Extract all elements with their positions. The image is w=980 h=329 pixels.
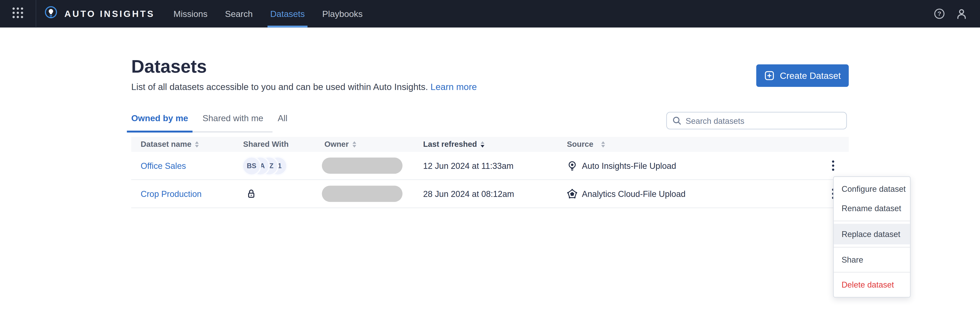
col-last-refreshed: Last refreshed (423, 140, 477, 149)
subtitle-text: List of all datasets accessible to you a… (131, 82, 428, 92)
search-datasets-box[interactable] (666, 112, 847, 129)
owner-redacted-pill (322, 186, 402, 202)
dataset-context-menu: Configure dataset Rename dataset Replace… (833, 176, 910, 297)
table-row-crop-production: Crop Production 28 Jun 2024 at 08:12am A… (131, 180, 849, 208)
nav-item-datasets[interactable]: Datasets (261, 0, 313, 27)
tab-owned-by-me[interactable]: Owned by me (131, 113, 188, 131)
lightbulb-icon (567, 161, 578, 171)
menu-item-share[interactable]: Share (834, 250, 910, 269)
help-icon[interactable]: ? (934, 8, 945, 19)
search-datasets-input[interactable] (686, 116, 841, 126)
plus-square-icon (764, 71, 774, 81)
lightbulb-logo-icon (44, 5, 58, 22)
brand-title: AUTO INSIGHTS (64, 0, 155, 27)
page-title: Datasets (131, 56, 207, 77)
menu-item-replace-dataset[interactable]: Replace dataset (834, 224, 910, 245)
svg-text:?: ? (937, 10, 941, 17)
learn-more-link[interactable]: Learn more (431, 82, 477, 92)
top-nav: AUTO INSIGHTS Missions Search Datasets P… (0, 0, 980, 27)
col-owner: Owner (324, 140, 348, 149)
create-dataset-label: Create Dataset (780, 71, 841, 81)
app-grid-button[interactable] (0, 0, 36, 27)
tab-all[interactable]: All (278, 113, 288, 131)
owner-redacted-pill (322, 157, 402, 174)
menu-divider (834, 272, 910, 273)
last-refreshed-value: 12 Jun 2024 at 11:33am (423, 161, 514, 170)
menu-item-delete-dataset[interactable]: Delete dataset (834, 275, 910, 294)
source-value: Analytics Cloud-File Upload (582, 189, 685, 199)
sort-dataset-name-icon[interactable] (195, 141, 199, 148)
avatar: BS (243, 157, 260, 174)
grid-icon (11, 5, 25, 22)
auto-insights-logo[interactable] (44, 0, 58, 27)
nav-divider (36, 0, 36, 27)
sort-source-icon[interactable] (601, 141, 605, 148)
search-icon (672, 116, 681, 125)
create-dataset-button[interactable]: Create Dataset (756, 64, 849, 87)
menu-divider (834, 247, 910, 248)
analytics-cloud-pentagon-icon (567, 188, 578, 199)
datasets-table: Dataset name Shared With Owner Last refr… (131, 137, 849, 208)
nav-item-playbooks[interactable]: Playbooks (313, 0, 372, 27)
dataset-tabs: Owned by me Shared with me All (131, 113, 272, 132)
table-header-row: Dataset name Shared With Owner Last refr… (131, 137, 849, 152)
col-shared-with: Shared With (243, 140, 289, 149)
private-lock-icon (247, 189, 256, 199)
nav-item-search[interactable]: Search (216, 0, 261, 27)
app-window: AUTO INSIGHTS Missions Search Datasets P… (0, 0, 980, 329)
tab-shared-with-me[interactable]: Shared with me (202, 113, 263, 131)
dataset-link-office-sales[interactable]: Office Sales (140, 161, 186, 170)
nav-right-icons: ? (934, 0, 980, 27)
menu-divider (834, 221, 910, 221)
source-value: Auto Insights-File Upload (582, 161, 676, 170)
nav-item-missions[interactable]: Missions (165, 0, 216, 27)
last-refreshed-value: 28 Jun 2024 at 08:12am (423, 189, 514, 199)
sort-last-refreshed-icon[interactable] (480, 141, 484, 148)
page-subtitle: List of all datasets accessible to you a… (131, 82, 477, 92)
col-source: Source (567, 140, 593, 149)
sort-owner-icon[interactable] (352, 141, 356, 148)
menu-item-configure-dataset[interactable]: Configure dataset (834, 179, 910, 199)
table-row-office-sales: Office Sales BS VA SZ 21 12 Jun 2024 at … (131, 152, 849, 180)
nav-links: Missions Search Datasets Playbooks (165, 0, 372, 27)
menu-item-rename-dataset[interactable]: Rename dataset (834, 199, 910, 218)
shared-with-avatars[interactable]: BS VA SZ 21 (243, 157, 286, 174)
user-profile-icon[interactable] (956, 8, 967, 20)
col-dataset-name: Dataset name (140, 140, 191, 149)
dataset-link-crop-production[interactable]: Crop Production (140, 189, 202, 199)
row-actions-kebab-icon[interactable] (824, 157, 842, 175)
